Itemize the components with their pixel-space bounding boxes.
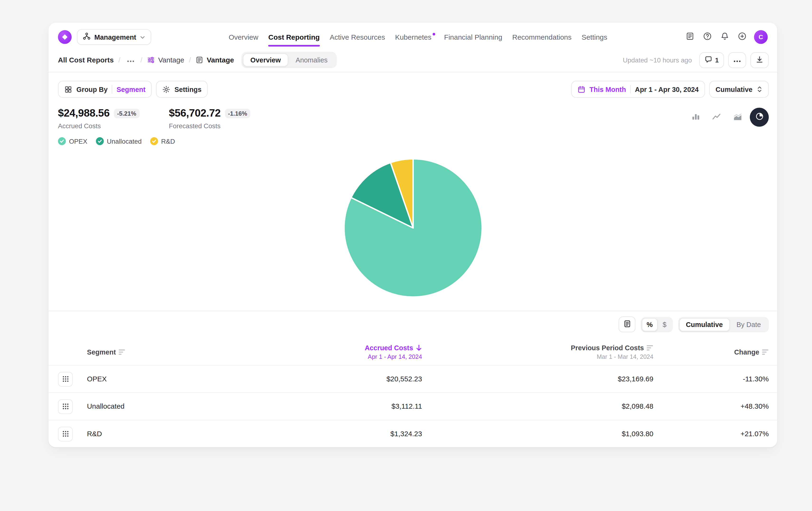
chart-legend: OPEX Unallocated R&D <box>49 130 777 145</box>
breadcrumb-collapsed-button[interactable] <box>125 55 136 65</box>
nav-item-recommendations[interactable]: Recommendations <box>512 26 572 48</box>
legend-item-unallocated[interactable]: Unallocated <box>96 137 142 145</box>
nav-item-financial-planning[interactable]: Financial Planning <box>444 26 502 48</box>
nav-item-kubernetes[interactable]: Kubernetes <box>395 26 434 48</box>
breadcrumb-all-cost-reports[interactable]: All Cost Reports <box>58 56 114 64</box>
nav-item-overview[interactable]: Overview <box>229 26 258 48</box>
grid-icon <box>64 85 72 93</box>
group-by-button[interactable]: Group By Segment <box>58 81 152 98</box>
tab-overview[interactable]: Overview <box>243 53 288 67</box>
download-button[interactable] <box>750 52 769 68</box>
breadcrumb: All Cost Reports / / Vantage / <box>58 55 234 65</box>
percent-toggle-button[interactable]: % <box>642 318 658 331</box>
legend-item-rd[interactable]: R&D <box>150 137 175 145</box>
settings-label: Settings <box>174 85 201 93</box>
create-new-button[interactable] <box>736 31 748 43</box>
mode-cumulative-button[interactable]: Cumulative <box>679 318 730 331</box>
legend-item-opex[interactable]: OPEX <box>58 137 87 145</box>
aggregation-value: Cumulative <box>716 85 752 93</box>
tab-anomalies[interactable]: Anomalies <box>288 53 335 67</box>
updated-status: Updated ~10 hours ago <box>623 56 692 64</box>
breadcrumb-folder-vantage[interactable]: Vantage <box>147 56 184 64</box>
bar-chart-button[interactable] <box>687 108 704 126</box>
metric-forecasted-costs: $56,702.72 -1.16% Forecasted Costs <box>169 107 250 130</box>
mode-by-date-button[interactable]: By Date <box>730 318 767 331</box>
chevron-down-icon <box>140 34 145 40</box>
sort-icon <box>762 349 769 354</box>
pie-chart-button[interactable] <box>750 108 769 127</box>
metric-accrued-costs: $24,988.56 -5.21% Accrued Costs <box>58 107 139 130</box>
nav-item-active-resources[interactable]: Active Resources <box>329 26 385 48</box>
nav-item-cost-reporting[interactable]: Cost Reporting <box>268 26 320 48</box>
more-actions-button[interactable] <box>728 52 746 68</box>
row-grid-handle[interactable] <box>58 399 72 414</box>
check-icon <box>60 139 64 144</box>
forecasted-costs-value: $56,702.72 <box>169 107 221 119</box>
pie-chart <box>341 156 485 300</box>
cell-accrued: $20,552.23 <box>274 375 422 383</box>
column-header-previous-period-costs[interactable]: Previous Period Costs <box>422 344 654 352</box>
report-notes-button[interactable] <box>618 317 635 332</box>
row-grid-handle[interactable] <box>58 427 72 441</box>
grid-dots-icon <box>62 403 69 410</box>
org-hierarchy-icon <box>83 32 91 42</box>
table-mode-toggle: Cumulative By Date <box>678 317 769 332</box>
logo-diamond-icon <box>62 34 68 41</box>
group-by-label: Group By <box>77 85 108 93</box>
notifications-button[interactable] <box>719 31 730 43</box>
nav-item-settings[interactable]: Settings <box>582 26 607 48</box>
table-controls: % $ Cumulative By Date <box>49 311 777 338</box>
bell-icon <box>720 32 729 42</box>
check-icon <box>97 139 102 144</box>
file-text-icon <box>686 32 695 42</box>
help-button[interactable] <box>702 31 713 43</box>
report-toolbar: Group By Segment Settings This Month <box>49 73 777 98</box>
line-chart-button[interactable] <box>707 108 726 126</box>
dollar-toggle-button[interactable]: $ <box>658 318 672 331</box>
report-actions: Updated ~10 hours ago 1 <box>623 52 769 68</box>
view-tabs: Overview Anomalies <box>241 52 337 68</box>
user-avatar[interactable]: C <box>754 30 768 44</box>
cell-previous: $2,098.48 <box>422 402 654 410</box>
aggregation-select[interactable]: Cumulative <box>709 81 769 98</box>
divider <box>630 85 631 93</box>
help-icon <box>703 32 712 42</box>
date-preset: This Month <box>589 85 626 93</box>
sort-desc-arrow-icon <box>416 345 422 351</box>
area-chart-button[interactable] <box>729 108 747 126</box>
cell-previous: $23,169.69 <box>422 375 654 383</box>
cell-segment: OPEX <box>87 375 274 383</box>
forecasted-costs-label: Forecasted Costs <box>169 123 250 130</box>
previous-period: Mar 1 - Mar 14, 2024 <box>422 353 654 360</box>
table-row[interactable]: OPEX $20,552.23 $23,169.69 -11.30% <box>49 365 777 392</box>
group-by-value: Segment <box>117 85 145 93</box>
download-icon <box>756 55 763 65</box>
date-range: Apr 1 - Apr 30, 2024 <box>635 85 699 93</box>
accrued-costs-label: Accrued Costs <box>58 123 139 130</box>
comment-count: 1 <box>715 56 719 64</box>
row-grid-handle[interactable] <box>58 372 72 386</box>
vantage-logo[interactable] <box>58 30 72 44</box>
org-label: Management <box>94 33 136 41</box>
top-nav-bar: Management Overview Cost Reporting Activ… <box>49 23 777 48</box>
settings-button[interactable]: Settings <box>156 81 208 98</box>
breadcrumb-report-vantage[interactable]: Vantage <box>196 56 234 64</box>
table-row[interactable]: R&D $1,324.23 $1,093.80 +21.07% <box>49 420 777 447</box>
accrued-costs-delta-badge: -5.21% <box>114 109 140 118</box>
comment-icon <box>704 55 712 65</box>
app-card: Management Overview Cost Reporting Activ… <box>49 23 777 447</box>
line-chart-icon <box>712 112 721 123</box>
primary-nav: Overview Cost Reporting Active Resources… <box>229 26 607 48</box>
column-header-accrued-costs[interactable]: Accrued Costs <box>274 344 422 352</box>
cell-change: +48.30% <box>654 402 769 410</box>
comments-button[interactable]: 1 <box>699 52 724 68</box>
gear-icon <box>162 85 170 93</box>
date-range-button[interactable]: This Month Apr 1 - Apr 30, 2024 <box>571 81 705 98</box>
changelog-button[interactable] <box>685 31 696 43</box>
cost-table: Segment Accrued Costs Apr 1 - Apr 14, 20… <box>49 338 777 447</box>
org-switcher-button[interactable]: Management <box>77 29 151 45</box>
ellipsis-icon <box>733 56 741 64</box>
table-row[interactable]: Unallocated $3,112.11 $2,098.48 +48.30% <box>49 393 777 420</box>
column-header-change[interactable]: Change <box>654 348 769 356</box>
column-header-segment[interactable]: Segment <box>87 348 125 356</box>
